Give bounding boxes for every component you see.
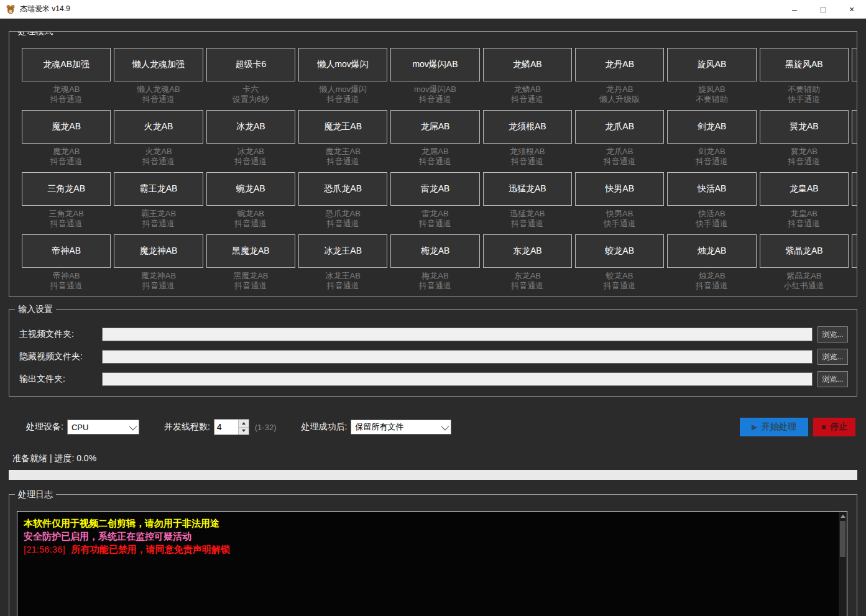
mode-button[interactable]: 翼龙AB: [760, 110, 849, 144]
mode-cell: 龙皇AB龙皇AB抖音通道: [760, 172, 849, 229]
mode-cell: 快男AB快男AB快手通道: [575, 172, 664, 229]
mode-button[interactable]: 旋风AB: [667, 48, 756, 81]
minimize-button[interactable]: –: [780, 0, 809, 18]
mode-button[interactable]: 龙鳞AB: [483, 48, 572, 81]
mode-cell: 冰龙王AB冰龙王AB抖音通道: [298, 234, 387, 291]
mode-cell: 剑龙AB剑龙AB抖音通道: [667, 110, 756, 167]
mode-button[interactable]: 东龙AB: [483, 234, 572, 268]
device-label: 处理设备:: [26, 421, 63, 433]
folder-path-input[interactable]: [102, 350, 813, 364]
mode-cell: 魔龙神AB魔龙神AB抖音通道: [114, 234, 203, 291]
threads-input[interactable]: [214, 420, 238, 434]
mode-button[interactable]: 龙爪AB: [575, 110, 664, 144]
mode-caption: 紫晶龙AB小红书通道: [760, 271, 849, 291]
mode-button[interactable]: 火龙AB: [114, 110, 203, 144]
mode-caption: 龙魂AB抖音通道: [22, 85, 111, 104]
browse-button[interactable]: 浏览...: [818, 349, 848, 365]
mode-button[interactable]: 冰龙AB: [206, 110, 295, 144]
log-box[interactable]: 本软件仅用于视频二创剪辑，请勿用于非法用途安全防护已启用，系统正在监控可疑活动[…: [17, 511, 847, 616]
arrow-down-icon: [242, 430, 246, 432]
mode-section-title: 处理模式: [15, 31, 56, 37]
titlebar: 杰瑞爱米 v14.9 – □ ×: [0, 0, 866, 19]
log-scrollbar[interactable]: [839, 512, 847, 616]
browse-button[interactable]: 浏览...: [818, 371, 848, 387]
mode-button[interactable]: 霸王龙AB: [114, 172, 203, 206]
mode-cell: 懒人龙魂加强懒人龙魂AB抖音通道: [114, 48, 203, 104]
input-rows: 主视频文件夹:浏览...隐藏视频文件夹:浏览...输出文件夹:浏览...: [9, 310, 857, 387]
threads-spinner: [214, 419, 249, 435]
folder-path-input[interactable]: [102, 372, 813, 386]
folder-label: 主视频文件夹:: [19, 329, 102, 340]
close-button[interactable]: ×: [837, 0, 866, 18]
mode-button[interactable]: 黑魔龙AB: [206, 234, 295, 268]
mode-button[interactable]: 懒人mov爆闪: [298, 48, 387, 81]
mode-cell: 魔龙王AB魔龙王AB抖音通道: [298, 110, 387, 167]
mode-cell: 梅龙AB梅龙AB抖音通道: [390, 234, 479, 291]
log-timestamp: [21:56:36]: [24, 544, 65, 554]
scrollbar-thumb[interactable]: [840, 521, 845, 557]
mode-button[interactable]: 蛟龙AB: [575, 234, 664, 268]
mode-button[interactable]: 魔龙神AB: [114, 234, 203, 268]
mode-button[interactable]: 黑旋风AB: [760, 48, 849, 81]
mode-cell: 三角龙AB三角龙AB抖音通道: [22, 172, 111, 229]
spin-up-button[interactable]: [239, 420, 249, 427]
mode-button[interactable]: 龙须根AB: [483, 110, 572, 144]
mode-button[interactable]: 冰龙王AB: [298, 234, 387, 268]
mode-button[interactable]: 蜿龙AB: [206, 172, 295, 206]
browse-button[interactable]: 浏览...: [818, 326, 848, 342]
mode-cell: 龙屌AB龙屌AB抖音通道: [390, 110, 479, 167]
mode-cell: 黑魔龙AB黑魔龙AB抖音通道: [206, 234, 295, 291]
after-label: 处理成功后:: [301, 421, 347, 433]
mode-button[interactable]: 紫晶龙AB: [760, 234, 849, 268]
mode-cell: 火龙AB火龙AB抖音通道: [114, 110, 203, 167]
window-controls: – □ ×: [780, 0, 866, 18]
mode-caption: 帝神AB抖音通道: [22, 271, 111, 291]
mode-caption: 龙丹AB懒人升级版: [575, 85, 664, 104]
mode-button[interactable]: 烛龙AB: [667, 234, 756, 268]
stop-button[interactable]: ■ 停止: [813, 418, 855, 436]
chevron-down-icon: [129, 422, 137, 430]
stop-icon: ■: [821, 423, 826, 431]
mode-button[interactable]: 快活AB: [667, 172, 756, 206]
arrow-up-icon: [242, 422, 246, 425]
mode-cell: 翼龙AB翼龙AB抖音通道: [760, 110, 849, 167]
mode-button[interactable]: mov爆闪AB: [390, 48, 479, 81]
mode-button[interactable]: 龙丹AB: [575, 48, 664, 81]
maximize-button[interactable]: □: [809, 0, 837, 18]
mode-button[interactable]: 三角龙AB: [22, 172, 111, 206]
mode-button[interactable]: 超级卡6: [206, 48, 295, 81]
device-select-value: CPU: [71, 423, 124, 432]
log-section-title: 处理日志: [15, 489, 56, 500]
mode-button[interactable]: 龙屌AB: [390, 110, 479, 144]
mode-button[interactable]: 魔龙AB: [22, 110, 111, 144]
input-row: 输出文件夹:浏览...: [19, 371, 848, 387]
mode-button[interactable]: 雷龙AB: [390, 172, 479, 206]
mode-button[interactable]: 恐爪龙AB: [298, 172, 387, 206]
mode-caption: 龙须根AB抖音通道: [483, 147, 572, 167]
chevron-down-icon: [441, 422, 449, 430]
after-select[interactable]: 保留所有文件: [351, 420, 451, 434]
device-select[interactable]: CPU: [67, 420, 139, 434]
mode-caption: 黑魔龙AB抖音通道: [206, 271, 295, 291]
mode-button[interactable]: 懒人龙魂加强: [114, 48, 203, 81]
mode-button[interactable]: 龙皇AB: [760, 172, 849, 206]
mode-caption: 梅龙AB抖音通道: [390, 271, 479, 291]
mode-cell: 迅猛龙AB迅猛龙AB抖音通道: [483, 172, 572, 229]
mode-button[interactable]: 快男AB: [575, 172, 664, 206]
mode-button[interactable]: 迅猛龙AB: [483, 172, 572, 206]
mode-cell: 雷龙AB雷龙AB抖音通道: [390, 172, 479, 229]
start-button[interactable]: ▶ 开始处理: [740, 418, 808, 436]
folder-path-input[interactable]: [102, 328, 813, 341]
log-lines: 本软件仅用于视频二创剪辑，请勿用于非法用途安全防护已启用，系统正在监控可疑活动[…: [17, 512, 847, 556]
mode-button[interactable]: 帝神AB: [22, 234, 111, 268]
mode-caption: mov爆闪AB抖音通道: [390, 85, 479, 104]
mode-caption: 龙皇AB抖音通道: [760, 209, 849, 229]
mode-button[interactable]: 魔龙王AB: [298, 110, 387, 144]
mode-caption: 冰龙AB抖音通道: [206, 147, 295, 167]
mode-button[interactable]: 龙魂AB加强: [22, 48, 111, 81]
mode-button[interactable]: 剑龙AB: [667, 110, 756, 144]
mode-cell: 龙魂AB加强龙魂AB抖音通道: [22, 48, 111, 104]
scrollbar-up-button[interactable]: [839, 512, 847, 520]
mode-button[interactable]: 梅龙AB: [390, 234, 479, 268]
spin-down-button[interactable]: [239, 427, 249, 435]
